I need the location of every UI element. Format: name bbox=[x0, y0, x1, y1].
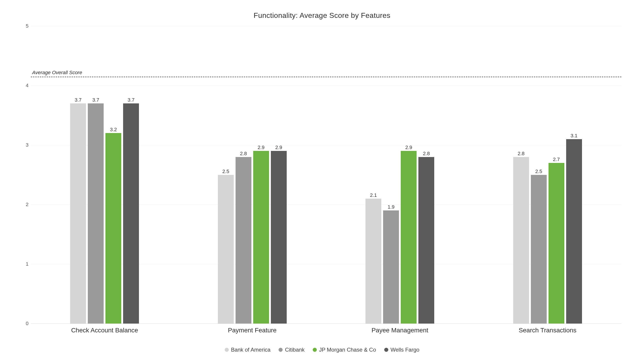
x-axis: Check Account BalancePayment FeaturePaye… bbox=[31, 327, 621, 334]
legend-label: Citibank bbox=[285, 346, 304, 353]
legend-swatch bbox=[278, 348, 283, 352]
y-tick-label: 2 bbox=[20, 202, 28, 208]
legend-swatch bbox=[384, 348, 388, 352]
x-category-label: Payment Feature bbox=[178, 327, 326, 334]
legend-item: Wells Fargo bbox=[384, 346, 420, 353]
y-tick-label: 4 bbox=[20, 82, 28, 88]
chart-title: Functionality: Average Score by Features bbox=[20, 11, 624, 20]
y-tick-label: 1 bbox=[20, 261, 28, 267]
legend-label: Wells Fargo bbox=[390, 346, 420, 353]
legend-item: Citibank bbox=[278, 346, 304, 353]
legend-item: Bank of America bbox=[225, 346, 271, 353]
average-overall-line bbox=[31, 77, 621, 77]
legend-label: JP Morgan Chase & Co bbox=[319, 346, 376, 353]
gridline bbox=[31, 324, 621, 324]
x-category-label: Check Account Balance bbox=[31, 327, 178, 334]
y-tick-label: 3 bbox=[20, 142, 28, 148]
y-tick-label: 0 bbox=[20, 320, 28, 326]
y-tick-label: 5 bbox=[20, 23, 28, 29]
overlay: Average Overall Score bbox=[31, 26, 621, 324]
average-overall-label: Average Overall Score bbox=[32, 70, 82, 75]
legend: Bank of AmericaCitibankJP Morgan Chase &… bbox=[20, 346, 624, 353]
legend-label: Bank of America bbox=[231, 346, 271, 353]
legend-swatch bbox=[225, 348, 229, 352]
x-category-label: Search Transactions bbox=[474, 327, 622, 334]
chart-container: Functionality: Average Score by Features… bbox=[0, 0, 644, 362]
x-category-label: Payee Management bbox=[326, 327, 474, 334]
plot-area: 012345 3.73.73.23.72.52.82.92.92.11.92.9… bbox=[31, 26, 621, 324]
legend-item: JP Morgan Chase & Co bbox=[313, 346, 376, 353]
legend-swatch bbox=[313, 348, 317, 352]
